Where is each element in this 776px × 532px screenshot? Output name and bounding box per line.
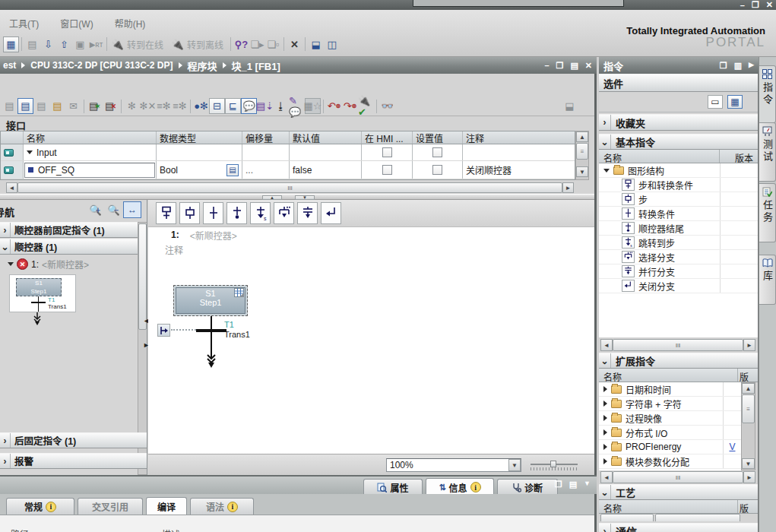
expand-arrow-icon[interactable]: ⌄ — [600, 487, 608, 498]
table-view-icon[interactable]: ▦ — [727, 95, 743, 109]
tree-folder-graph[interactable]: 图形结构 — [599, 163, 758, 178]
step-selection-frame[interactable]: S1 Step1 — [173, 285, 248, 316]
side-tab-instructions[interactable]: 指令 — [759, 65, 776, 123]
extended-vscrollbar[interactable]: ▲ ≡ ▼ — [741, 382, 755, 470]
subtab-syntax[interactable]: 语法i — [190, 498, 254, 515]
start-runtime-icon[interactable]: ▶ʀᴛ — [88, 36, 104, 52]
table-row-input[interactable]: Input — [1, 144, 575, 161]
insert-jump-to-step-icon[interactable]: s — [250, 202, 271, 224]
diagnostics-search-icon[interactable]: ⚲? — [233, 36, 249, 52]
tia-project-icon[interactable]: ▦ — [3, 36, 19, 52]
start-cpu-icon[interactable]: ▣ — [72, 36, 88, 52]
inspector-maximize-icon[interactable]: ▤ — [569, 480, 577, 489]
col-version[interactable]: 版本 — [735, 151, 753, 164]
expander-icon[interactable] — [603, 458, 607, 464]
start-window-icon[interactable]: ❏▸ — [249, 36, 265, 52]
tab-properties[interactable]: 属性 — [363, 479, 423, 495]
consistency-check-icon[interactable]: 🔌✔ — [358, 98, 374, 114]
redo-error-icon[interactable]: ↷⊗ — [342, 98, 358, 114]
technology-hscroll-fragment[interactable] — [600, 514, 740, 521]
favorites-block-icon[interactable]: ▦☆ — [305, 98, 321, 114]
row-comment[interactable]: 关闭顺控器 — [463, 161, 575, 179]
download-block-icon[interactable]: ▤⇣ — [257, 98, 273, 114]
tree-item[interactable]: 过程映像 — [599, 411, 741, 426]
sfc-comment[interactable]: 注释 — [165, 243, 183, 256]
menu-tools[interactable]: 工具(T) — [9, 17, 39, 30]
breadcrumb-project[interactable]: est — [3, 60, 16, 71]
subtab-compile[interactable]: 编译 — [146, 497, 187, 515]
insert-sequence-end-icon[interactable] — [226, 202, 247, 224]
insert-row-icon[interactable]: ▤✶ — [87, 98, 103, 114]
table-vscrollbar[interactable]: ▲ ≡ ▼ — [575, 131, 589, 180]
col-datatype[interactable]: 数据类型 — [157, 131, 242, 144]
comment-bubble-icon[interactable]: 💬 — [241, 98, 257, 114]
col-comment[interactable]: 注释 — [463, 131, 575, 144]
breadcrumb-program-blocks[interactable]: 程序块 — [188, 59, 217, 73]
copy-snapshot-icon[interactable]: ≡✻ — [156, 98, 172, 114]
expander-icon[interactable] — [8, 262, 14, 266]
col-offset[interactable]: 偏移量 — [242, 131, 290, 144]
insert-parallel-branch-icon[interactable] — [297, 202, 318, 224]
col-name[interactable]: 名称 — [603, 370, 622, 382]
delete-row-icon[interactable]: ▤✕ — [103, 98, 119, 114]
name-editor-field[interactable]: OFF_SQ — [24, 163, 155, 178]
zoom-slider[interactable] — [531, 461, 578, 471]
hscroll-thumb[interactable]: ‖‖ — [17, 182, 562, 193]
subtab-crossref[interactable]: 交叉引用 — [78, 498, 143, 515]
col-version[interactable]: 版 — [740, 370, 749, 382]
basic-hscrollbar[interactable]: ◄ ‖‖ ► — [600, 339, 755, 351]
split-vertical-icon[interactable]: ◫ — [324, 36, 340, 52]
editor-maximize-icon[interactable]: ▤ — [570, 61, 578, 71]
tree-item[interactable]: 字符串 + 字符 — [599, 397, 741, 411]
step-actions-grid-icon[interactable] — [234, 288, 244, 297]
collapse-arrow-icon[interactable]: › — [603, 526, 607, 532]
expand-arrow-icon[interactable]: ⌄ — [1, 242, 8, 252]
expander-icon[interactable] — [603, 444, 607, 450]
alarms-section[interactable]: › 报警 — [0, 453, 147, 469]
version-link[interactable]: V — [729, 442, 735, 452]
col-name[interactable]: 名称 — [24, 131, 157, 144]
download-arrow-icon[interactable]: ⭳ — [273, 98, 289, 114]
close-branch-icon[interactable] — [321, 202, 341, 224]
hscroll-thumb[interactable]: ‖‖ — [613, 471, 743, 483]
float-options-icon[interactable]: ▭ — [708, 95, 723, 109]
tree-item[interactable]: 模块参数化分配 — [599, 454, 741, 469]
tree-item[interactable]: s跳转到步 — [599, 236, 758, 250]
collapse-all-icon[interactable]: ▤ — [49, 98, 65, 114]
breadcrumb-device[interactable]: CPU 313C-2 DP [CPU 313C-2 DP] — [30, 60, 173, 71]
sequencer-tree-item[interactable]: ✕ 1: <新顺控器> — [8, 258, 89, 271]
hmi-checkbox[interactable] — [382, 147, 392, 157]
download-to-device-icon[interactable]: ⇩ — [40, 36, 56, 52]
editor-minimize-icon[interactable]: – — [544, 61, 549, 70]
menu-window[interactable]: 窗口(W) — [60, 17, 93, 30]
insert-handle-icon[interactable] — [157, 324, 170, 337]
tree-item[interactable]: 顺控器结尾 — [599, 221, 758, 236]
side-tab-libraries[interactable]: 库 — [759, 255, 776, 305]
sequencer-section[interactable]: ⌄ 顺控器 (1) — [0, 239, 147, 255]
col-setvalue[interactable]: 设置值 — [413, 131, 463, 144]
discard-snapshot-icon[interactable]: ✻✕ — [140, 98, 156, 114]
technology-section[interactable]: ⌄ 工艺 — [599, 484, 758, 500]
collapse-arrow-icon[interactable]: › — [603, 117, 607, 128]
snapshot-ball-icon[interactable]: ●✻ — [193, 98, 209, 114]
save-project-icon[interactable]: ▤ — [24, 36, 40, 52]
hscroll-thumb[interactable]: ‖‖ — [613, 339, 743, 351]
split-editor-right-icon[interactable]: ⬓ — [562, 98, 578, 114]
vscroll-thumb[interactable]: ≡ — [576, 143, 588, 160]
table-hscrollbar[interactable]: ◄ ‖‖ ► — [6, 182, 574, 193]
splitter[interactable]: ▲ ▼ — [0, 194, 594, 200]
absolute-symbolic-icon[interactable]: ▤ — [2, 98, 17, 114]
sfc-network-header[interactable]: 1: <新顺控器> — [148, 228, 594, 242]
zoom-combobox[interactable]: 100% ▼ — [386, 458, 521, 472]
expander-icon[interactable] — [603, 386, 607, 392]
col-name[interactable]: 名称 — [603, 151, 622, 164]
row-default[interactable]: false — [290, 161, 362, 179]
expander-icon[interactable] — [603, 169, 610, 173]
zoom-dropdown-icon[interactable]: ▼ — [508, 459, 521, 471]
editor-close-icon[interactable]: ✕ — [585, 61, 592, 71]
side-tab-tasks[interactable]: 任务 — [759, 183, 776, 242]
expand-arrow-icon[interactable]: ⌄ — [600, 137, 608, 147]
collapse-arrow-icon[interactable]: › — [4, 435, 7, 446]
post-instructions-section[interactable]: › 后固定指令 (1) — [0, 432, 147, 448]
tree-item[interactable]: 并行分支 — [599, 264, 758, 279]
